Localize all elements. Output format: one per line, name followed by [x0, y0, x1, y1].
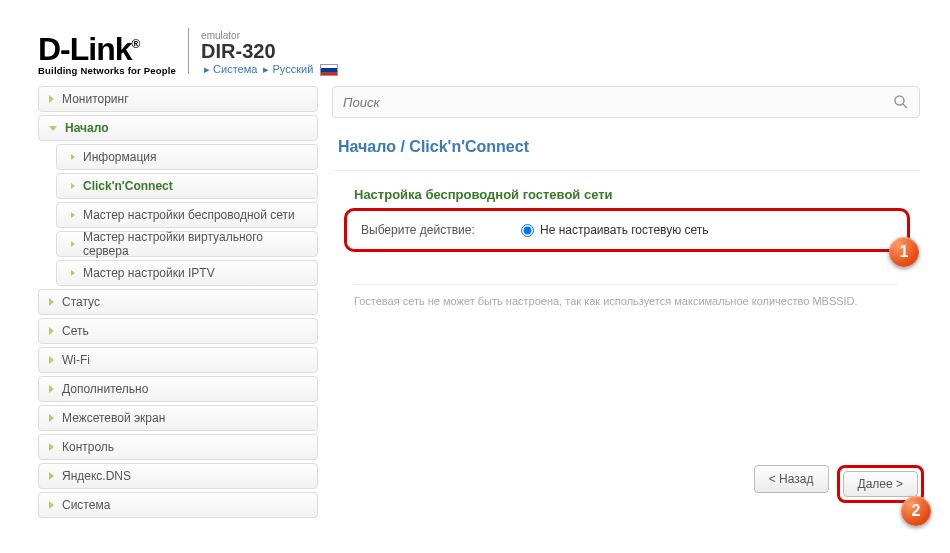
sidebar-sub-wireless-wizard[interactable]: Мастер настройки беспроводной сети [56, 202, 318, 228]
svg-line-1 [903, 104, 907, 108]
sidebar-item-advanced[interactable]: Дополнительно [38, 376, 318, 402]
next-button[interactable]: Далее > [843, 471, 919, 497]
chevron-right-icon [49, 385, 54, 393]
divider [188, 28, 189, 74]
chevron-right-icon [49, 414, 54, 422]
chevron-right-icon [71, 241, 75, 247]
hint-text: Гостевая сеть не может быть настроена, т… [354, 284, 898, 307]
sidebar-item-label: Мастер настройки беспроводной сети [83, 208, 295, 222]
search-input[interactable] [343, 95, 893, 110]
chevron-right-icon [49, 501, 54, 509]
chevron-right-icon: ▸ [263, 63, 269, 75]
sidebar-item-monitoring[interactable]: Мониторинг [38, 86, 318, 112]
sidebar-item-start[interactable]: Начало [38, 115, 318, 141]
sidebar-item-label: Сеть [62, 324, 89, 338]
sidebar-item-label: Система [62, 498, 110, 512]
chevron-down-icon [49, 126, 57, 131]
callout-badge-1: 1 [889, 237, 919, 267]
search-icon[interactable] [893, 94, 909, 110]
callout-badge-2: 2 [901, 496, 931, 526]
sidebar-sub-information[interactable]: Информация [56, 144, 318, 170]
chevron-right-icon [71, 183, 75, 189]
sidebar-sub-clicknconnect[interactable]: Click'n'Connect [56, 173, 318, 199]
action-label: Выберите действие: [361, 223, 521, 237]
chevron-right-icon [49, 327, 54, 335]
sidebar-item-label: Мониторинг [62, 92, 129, 106]
header-meta: emulator DIR-320 ▸Система ▸Русский [201, 30, 338, 76]
svg-point-0 [895, 96, 904, 105]
sidebar-item-network[interactable]: Сеть [38, 318, 318, 344]
chevron-right-icon [71, 212, 75, 218]
action-row: Выберите действие: Не настраивать гостев… [344, 208, 910, 252]
header-links: ▸Система ▸Русский [201, 63, 338, 76]
flag-ru-icon [320, 64, 338, 76]
header: D-Link® Building Networks for People emu… [0, 0, 950, 86]
sidebar-sub-vserver-wizard[interactable]: Мастер настройки виртуального сервера [56, 231, 318, 257]
logo: D-Link® Building Networks for People [38, 36, 176, 76]
sidebar-item-wifi[interactable]: Wi-Fi [38, 347, 318, 373]
logo-text: D-Link® [38, 36, 176, 63]
chevron-right-icon [49, 356, 54, 364]
sidebar-item-label: Дополнительно [62, 382, 148, 396]
model-label: DIR-320 [201, 41, 338, 61]
next-highlight: Далее > 2 [837, 465, 925, 503]
breadcrumb-page: Click'n'Connect [409, 138, 529, 155]
main-content: Начало / Click'n'Connect Настройка беспр… [332, 86, 930, 521]
breadcrumb: Начало / Click'n'Connect [332, 130, 920, 171]
sidebar-item-system[interactable]: Система [38, 492, 318, 518]
logo-tagline: Building Networks for People [38, 65, 176, 76]
section-title: Настройка беспроводной гостевой сети [354, 187, 920, 202]
sidebar-item-label: Яндекс.DNS [62, 469, 131, 483]
sidebar-item-firewall[interactable]: Межсетевой экран [38, 405, 318, 431]
breadcrumb-root[interactable]: Начало [338, 138, 396, 155]
sidebar-item-label: Контроль [62, 440, 114, 454]
chevron-right-icon [49, 298, 54, 306]
link-system[interactable]: Система [213, 63, 257, 75]
search-box[interactable] [332, 86, 920, 118]
chevron-right-icon [49, 95, 54, 103]
sidebar-item-label: Статус [62, 295, 100, 309]
wizard-buttons: < Назад Далее > 2 [754, 465, 924, 503]
radio-no-guest-network[interactable]: Не настраивать гостевую сеть [521, 223, 709, 237]
sidebar-item-label: Информация [83, 150, 156, 164]
sidebar-item-label: Wi-Fi [62, 353, 90, 367]
link-language[interactable]: Русский [272, 63, 313, 75]
sidebar-item-control[interactable]: Контроль [38, 434, 318, 460]
sidebar-item-label: Межсетевой экран [62, 411, 165, 425]
sidebar-item-yandexdns[interactable]: Яндекс.DNS [38, 463, 318, 489]
chevron-right-icon [49, 472, 54, 480]
chevron-right-icon [71, 270, 75, 276]
sidebar-item-label: Мастер настройки виртуального сервера [83, 230, 307, 258]
sidebar-item-label: Мастер настройки IPTV [83, 266, 215, 280]
sidebar: Мониторинг Начало Информация Click'n'Con… [38, 86, 318, 521]
chevron-right-icon [71, 154, 75, 160]
sidebar-sub-iptv-wizard[interactable]: Мастер настройки IPTV [56, 260, 318, 286]
chevron-right-icon: ▸ [204, 63, 210, 75]
chevron-right-icon [49, 443, 54, 451]
back-button[interactable]: < Назад [754, 465, 829, 493]
sidebar-item-label: Click'n'Connect [83, 179, 173, 193]
radio-label: Не настраивать гостевую сеть [540, 223, 709, 237]
sidebar-item-status[interactable]: Статус [38, 289, 318, 315]
sidebar-item-label: Начало [65, 121, 108, 135]
radio-input[interactable] [521, 224, 534, 237]
